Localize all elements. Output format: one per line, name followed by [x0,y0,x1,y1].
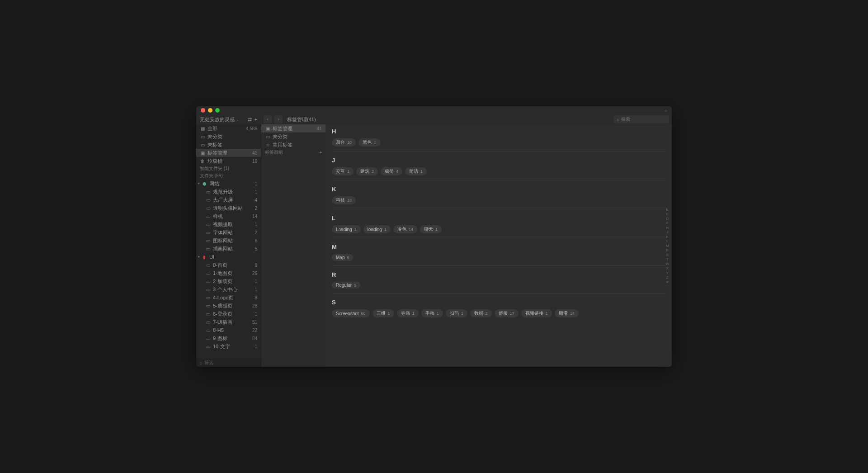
tag-nav-item[interactable]: ▣标签管理41 [261,124,326,132]
alpha-letter[interactable]: S [665,253,669,257]
chip-row: 科技18 [332,196,665,204]
folder-child[interactable]: ▭6-登录页1 [196,310,261,318]
alpha-letter[interactable]: R [665,248,669,252]
folder-child[interactable]: ▭10-文字1 [196,342,261,350]
alpha-letter[interactable]: F [665,221,669,225]
folder-child[interactable]: ▭5-质感页28 [196,302,261,310]
folder-child[interactable]: ▭插画网站5 [196,245,261,253]
tag-chip[interactable]: 建筑2 [356,167,378,175]
folder-icon: ▭ [205,214,211,219]
tag-chip[interactable]: 后台10 [332,138,356,147]
item-icon: ▭ [200,134,205,139]
plus-icon[interactable]: + [319,150,322,155]
tag-chip[interactable]: 扫码1 [446,309,467,317]
tag-chip[interactable]: 冷色14 [393,225,417,233]
folder-child[interactable]: ▭3-个人中心1 [196,285,261,293]
tag-chip[interactable]: 交互1 [332,167,354,175]
tag-chip[interactable]: 手稿1 [421,309,443,317]
folder-parent[interactable]: ▾⬢网站1 [196,180,261,188]
disclosure-icon[interactable]: ▾ [198,182,202,185]
folder-child[interactable]: ▭0-首页9 [196,261,261,269]
folder-icon: ▭ [205,271,211,276]
alpha-letter[interactable]: C [665,212,669,216]
alpha-letter[interactable]: D [665,217,669,221]
library-item[interactable]: ▭未标签 [196,141,261,149]
tag-chip[interactable]: 三维1 [373,309,394,317]
folder-child[interactable]: ▭图标网站6 [196,236,261,245]
smart-folders-header[interactable]: 智能文件夹 (1) [196,165,261,172]
alpha-letter[interactable]: H [665,226,669,230]
tag-chip[interactable]: 数据2 [470,309,492,317]
tag-chip[interactable]: loading1 [363,225,391,233]
workspace-name[interactable]: 无处安放的灵感 [200,116,235,123]
folder-count: 28 [252,303,257,308]
divider [332,238,665,238]
library-item[interactable]: ▭未分类 [196,132,261,141]
pin-icon[interactable]: ⟐ [665,108,667,113]
disclosure-icon[interactable]: ▾ [198,255,202,259]
folders-header[interactable]: 文件夹 (89) [196,172,261,180]
filter-input[interactable]: ⌕ 筛选 [196,359,261,367]
folder-child[interactable]: ▭1-地图页26 [196,269,261,277]
maximize-icon[interactable] [215,108,220,113]
alpha-letter[interactable]: # [665,280,669,284]
folder-child[interactable]: ▭2-加载页1 [196,277,261,285]
tag-chip[interactable]: Map9 [332,254,353,261]
alpha-letter[interactable]: B [665,208,669,212]
folder-child[interactable]: ▭规范升级1 [196,188,261,196]
library-item[interactable]: ▣标签管理41 [196,149,261,157]
alpha-letter[interactable]: Z [665,275,669,279]
tag-chip[interactable]: 寺庙1 [397,309,419,317]
close-icon[interactable] [201,108,205,113]
alpha-letter[interactable]: Y [665,271,669,275]
alpha-letter[interactable]: X [665,266,669,270]
tag-count: 1 [461,311,463,316]
tag-chip[interactable]: 聊天1 [420,225,442,233]
tag-chip[interactable]: 视频链接1 [521,309,552,317]
tag-chip[interactable]: 极简4 [381,167,402,175]
alpha-letter[interactable]: T [665,257,669,261]
tag-chip[interactable]: 科技18 [332,196,356,204]
search-input[interactable]: ⌕ 搜索 [614,115,669,123]
alpha-letter[interactable]: K [665,235,669,239]
alpha-letter[interactable]: J [665,230,669,234]
folder-child[interactable]: ▭大厂大屏4 [196,196,261,204]
folder-icon: ▭ [205,287,211,292]
tag-chip[interactable]: 舒服17 [495,309,519,317]
tag-nav-item[interactable]: ▭未分类 [261,132,326,141]
folder-child[interactable]: ▭4-Logo页8 [196,293,261,302]
tag-chip[interactable]: 简洁1 [405,167,427,175]
folder-label: 规范升级 [213,189,255,195]
nav-back-button[interactable]: ‹ [264,115,272,123]
tag-chip[interactable]: Screenshot60 [332,309,370,317]
folder-parent[interactable]: ▾▮UI [196,253,261,261]
folder-icon: ▭ [205,222,211,227]
tag-chip[interactable]: 黑色1 [359,138,380,147]
tag-count: 1 [384,227,387,232]
swap-icon[interactable]: ⇄ [248,117,252,123]
folder-child[interactable]: ▭字体网站2 [196,228,261,236]
minimize-icon[interactable] [208,108,212,113]
folder-child[interactable]: ▭样机14 [196,212,261,220]
tag-chip[interactable]: Regular5 [332,282,360,289]
alpha-letter[interactable]: M [665,244,669,248]
tag-name: 黑色 [363,139,372,146]
folder-child[interactable]: ▭8-H522 [196,326,261,334]
alpha-letter[interactable]: L [665,239,669,243]
tag-nav-item[interactable]: ☆常用标签 [261,141,326,149]
folder-child[interactable]: ▭透明头像网站2 [196,204,261,212]
library-item[interactable]: 🗑垃圾桶10 [196,157,261,165]
library-item[interactable]: ▦全部4,586 [196,124,261,132]
folder-child[interactable]: ▭9-图标84 [196,334,261,342]
plus-icon[interactable]: + [255,117,257,123]
folder-label: 2-加载页 [213,278,255,285]
folder-icon: ▮ [202,255,207,260]
folder-child[interactable]: ▭视频提取1 [196,220,261,228]
alpha-letter[interactable]: W [665,262,669,266]
group-letter: R [332,271,665,278]
folder-count: 8 [255,295,257,300]
nav-forward-button[interactable]: › [274,115,283,123]
folder-child[interactable]: ▭7-UI插画51 [196,318,261,326]
tag-chip[interactable]: 顺滑14 [555,309,579,317]
tag-chip[interactable]: Loading1 [332,225,361,233]
